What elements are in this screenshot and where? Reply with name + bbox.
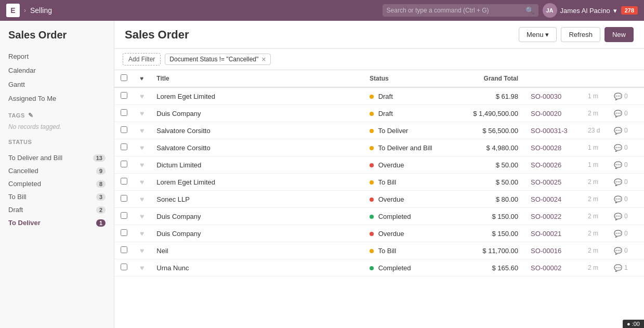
comment-icon[interactable]: 💬	[614, 110, 622, 117]
tags-section-header: TAGS ✎	[0, 106, 114, 121]
app-logo[interactable]: E	[6, 4, 20, 17]
col-title[interactable]: Title	[150, 70, 363, 87]
menu-button[interactable]: Menu ▾	[519, 27, 557, 42]
status-filter-to-bill[interactable]: To Bill 3	[0, 190, 114, 203]
table-row[interactable]: ♥ Urna Nunc Completed $ 165.60 SO-00002 …	[114, 259, 644, 277]
favorite-icon[interactable]: ♥	[140, 229, 144, 238]
table-row[interactable]: ♥ Dictum Limited Overdue $ 50.00 SO-0002…	[114, 156, 644, 174]
row-id[interactable]: SO-00021	[524, 225, 582, 242]
comment-icon[interactable]: 💬	[614, 144, 622, 152]
row-time: 2 m	[582, 242, 608, 259]
comment-icon[interactable]: 💬	[614, 93, 622, 100]
comment-icon[interactable]: 💬	[614, 213, 622, 220]
row-id[interactable]: SO-00020	[524, 105, 582, 122]
status-filter-draft[interactable]: Draft 2	[0, 203, 114, 216]
table-row[interactable]: ♥ Lorem Eget Limited Draft $ 61.98 SO-00…	[114, 87, 644, 105]
row-checkbox[interactable]	[121, 246, 127, 253]
row-title[interactable]: Duis Company	[150, 105, 363, 122]
row-title[interactable]: Salvatore Corsitto	[150, 122, 363, 139]
tags-edit-icon[interactable]: ✎	[28, 112, 34, 119]
comment-icon[interactable]: 💬	[614, 195, 622, 203]
status-filter-to-deliver[interactable]: To Deliver 1	[0, 216, 114, 229]
row-checkbox[interactable]	[121, 126, 127, 133]
table-row[interactable]: ♥ Salvatore Corsitto To Deliver $ 56,500…	[114, 122, 644, 139]
comment-icon[interactable]: 💬	[614, 127, 622, 135]
row-title[interactable]: Lorem Eget Limited	[150, 174, 363, 191]
sidebar-item-report[interactable]: Report	[0, 49, 114, 63]
comment-icon[interactable]: 💬	[614, 178, 622, 186]
status-filter-completed[interactable]: Completed 8	[0, 177, 114, 190]
sidebar-item-calendar[interactable]: Calendar	[0, 63, 114, 77]
comment-icon[interactable]: 💬	[614, 161, 622, 169]
sidebar-item-assigned-to-me[interactable]: Assigned To Me	[0, 91, 114, 106]
row-title[interactable]: Sonec LLP	[150, 191, 363, 208]
favorite-icon[interactable]: ♥	[140, 178, 144, 186]
favorite-icon[interactable]: ♥	[140, 195, 144, 203]
row-checkbox[interactable]	[121, 161, 127, 167]
comment-icon[interactable]: 💬	[614, 230, 622, 238]
user-menu[interactable]: JA James Al Pacino ▾	[543, 3, 617, 18]
table-row[interactable]: ♥ Duis Company Overdue $ 150.00 SO-00021…	[114, 225, 644, 242]
row-checkbox[interactable]	[121, 195, 127, 202]
row-title[interactable]: Neil	[150, 242, 363, 259]
comment-icon[interactable]: 💬	[614, 264, 622, 272]
status-filter-to-deliver-and-bill[interactable]: To Deliver and Bill 13	[0, 151, 114, 164]
row-id[interactable]: SO-00022	[524, 208, 582, 225]
row-title[interactable]: Salvatore Corsitto	[150, 139, 363, 156]
row-actions: 💬 0	[608, 122, 644, 139]
search-input[interactable]	[387, 7, 522, 14]
row-title[interactable]: Urna Nunc	[150, 259, 363, 277]
row-id[interactable]: SO-00002	[524, 259, 582, 277]
comment-icon[interactable]: 💬	[614, 247, 622, 255]
row-checkbox[interactable]	[121, 109, 127, 116]
favorite-icon[interactable]: ♥	[140, 143, 144, 152]
row-id[interactable]: SO-00026	[524, 156, 582, 174]
favorite-icon[interactable]: ♥	[140, 212, 144, 220]
favorite-icon[interactable]: ♥	[140, 264, 144, 272]
add-filter-button[interactable]: Add Filter	[123, 53, 161, 65]
table-row[interactable]: ♥ Lorem Eget Limited To Bill $ 50.00 SO-…	[114, 174, 644, 191]
filter-close-icon[interactable]: ×	[261, 56, 266, 63]
row-id[interactable]: SO-00025	[524, 174, 582, 191]
row-favorite-cell: ♥	[134, 208, 150, 225]
table-row[interactable]: ♥ Duis Company Completed $ 150.00 SO-000…	[114, 208, 644, 225]
refresh-button[interactable]: Refresh	[561, 27, 600, 42]
row-title[interactable]: Dictum Limited	[150, 156, 363, 174]
favorite-icon[interactable]: ♥	[140, 109, 144, 117]
new-button[interactable]: New	[604, 27, 634, 42]
row-checkbox-cell	[114, 122, 134, 139]
select-all-checkbox[interactable]	[121, 74, 127, 81]
row-total: $ 1,490,500.00	[446, 105, 524, 122]
row-id[interactable]: SO-00016	[524, 242, 582, 259]
row-id[interactable]: SO-00031-3	[524, 122, 582, 139]
status-label: To Deliver	[378, 127, 408, 135]
favorite-icon[interactable]: ♥	[140, 92, 144, 100]
row-checkbox[interactable]	[121, 92, 127, 99]
row-checkbox[interactable]	[121, 212, 127, 219]
row-checkbox[interactable]	[121, 143, 127, 150]
col-status[interactable]: Status	[363, 70, 446, 87]
notification-badge[interactable]: 278	[621, 6, 638, 15]
row-checkbox[interactable]	[121, 264, 127, 270]
row-title[interactable]: Duis Company	[150, 208, 363, 225]
row-id[interactable]: SO-00024	[524, 191, 582, 208]
col-grand-total[interactable]: Grand Total	[446, 70, 524, 87]
row-id[interactable]: SO-00028	[524, 139, 582, 156]
row-title[interactable]: Lorem Eget Limited	[150, 87, 363, 105]
status-filter-cancelled[interactable]: Cancelled 9	[0, 164, 114, 177]
row-checkbox[interactable]	[121, 229, 127, 236]
table-row[interactable]: ♥ Salvatore Corsitto To Deliver and Bill…	[114, 139, 644, 156]
comment-count: 0	[624, 161, 628, 168]
favorite-icon[interactable]: ♥	[140, 246, 144, 255]
favorite-icon[interactable]: ♥	[140, 126, 144, 135]
search-bar[interactable]: 🔍	[383, 4, 538, 17]
favorite-icon[interactable]: ♥	[140, 161, 144, 169]
table-row[interactable]: ♥ Neil To Bill $ 11,700.00 SO-00016 2 m …	[114, 242, 644, 259]
row-checkbox[interactable]	[121, 178, 127, 185]
row-status: To Deliver	[363, 122, 446, 139]
table-row[interactable]: ♥ Sonec LLP Overdue $ 80.00 SO-00024 2 m…	[114, 191, 644, 208]
row-id[interactable]: SO-00030	[524, 87, 582, 105]
sidebar-item-gantt[interactable]: Gantt	[0, 77, 114, 91]
table-row[interactable]: ♥ Duis Company Draft $ 1,490,500.00 SO-0…	[114, 105, 644, 122]
row-title[interactable]: Duis Company	[150, 225, 363, 242]
